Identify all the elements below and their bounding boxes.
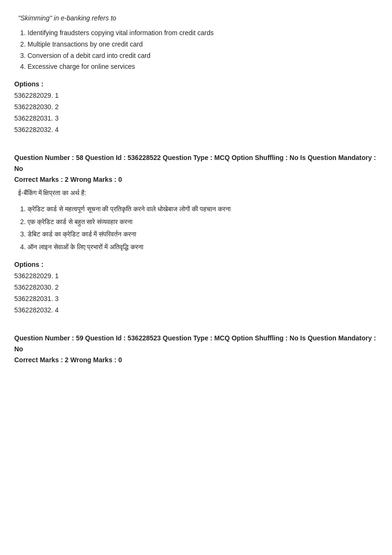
- top-option-4: Excessive charge for online services: [28, 61, 378, 73]
- q58-option-id-4: 5362282032: [14, 306, 51, 314]
- top-option-id-2: 5362282030: [14, 103, 51, 111]
- q58-option-val-3: 3: [55, 295, 59, 302]
- q58-option-row-4: 5362282032. 4: [14, 306, 378, 314]
- q58-option-id-2: 5362282030: [14, 283, 51, 291]
- top-option-row-2: 5362282030. 2: [14, 103, 378, 111]
- top-option-1: Identifying fraudsters copying vital inf…: [28, 28, 378, 39]
- question-58-options-label: Options :: [14, 261, 378, 268]
- q58-hindi-option-2: एक क्रेडिट कार्ड से बहुत सारे संव्यवहार …: [28, 216, 378, 228]
- question-59-meta: Question Number : 59 Question Id : 53622…: [14, 333, 378, 354]
- q58-option-row-3: 5362282031. 3: [14, 295, 378, 302]
- question-59-block: Question Number : 59 Question Id : 53622…: [14, 328, 378, 364]
- question-58-block: Question Number : 58 Question Id : 53622…: [14, 148, 378, 314]
- q58-hindi-option-4: ऑन लाइन सेवाओं के लिए प्रभारों में अतिवृ…: [28, 241, 378, 254]
- top-option-row-1: 5362282029. 1: [14, 92, 378, 99]
- q58-option-id-3: 5362282031: [14, 295, 51, 302]
- question-58-hindi-options-list: क्रेडिट कार्ड से महत्वपूर्ण सूचना की प्र…: [14, 203, 378, 253]
- top-question-continuation: "Skimming" in e-banking refers to Identi…: [14, 9, 378, 133]
- top-option-val-2: 2: [55, 103, 59, 111]
- question-59-marks: Correct Marks : 2 Wrong Marks : 0: [14, 356, 378, 364]
- top-option-val-4: 4: [55, 126, 59, 133]
- q58-option-val-2: 2: [55, 283, 59, 291]
- question-58-marks: Correct Marks : 2 Wrong Marks : 0: [14, 176, 378, 183]
- top-option-id-3: 5362282031: [14, 114, 51, 122]
- top-option-row-4: 5362282032. 4: [14, 126, 378, 133]
- q58-hindi-option-1: क्रेडिट कार्ड से महत्वपूर्ण सूचना की प्र…: [28, 203, 378, 216]
- top-option-id-1: 5362282029: [14, 92, 51, 99]
- top-question-text: "Skimming" in e-banking refers to: [14, 14, 378, 22]
- top-option-id-4: 5362282032: [14, 126, 51, 133]
- q58-option-row-1: 5362282029. 1: [14, 272, 378, 280]
- top-option-row-3: 5362282031. 3: [14, 114, 378, 122]
- q58-hindi-option-3: डेबिट कार्ड का क्रेडिट कार्ड में संपरिवर…: [28, 228, 378, 241]
- top-option-val-3: 3: [55, 114, 59, 122]
- top-option-val-1: 1: [55, 92, 59, 99]
- top-options-list: Identifying fraudsters copying vital inf…: [14, 28, 378, 73]
- top-option-2: Multiple transactions by one credit card: [28, 39, 378, 50]
- q58-option-val-4: 4: [55, 306, 59, 314]
- q58-option-row-2: 5362282030. 2: [14, 283, 378, 291]
- q58-option-val-1: 1: [55, 272, 59, 280]
- top-options-label: Options :: [14, 80, 378, 88]
- q58-option-id-1: 5362282029: [14, 272, 51, 280]
- question-58-text-hindi: ई-बैंकिंग में क्षिप्रता का अर्थ है:: [14, 189, 378, 197]
- question-58-meta: Question Number : 58 Question Id : 53622…: [14, 152, 378, 174]
- top-option-3: Conversion of a debit card into credit c…: [28, 50, 378, 62]
